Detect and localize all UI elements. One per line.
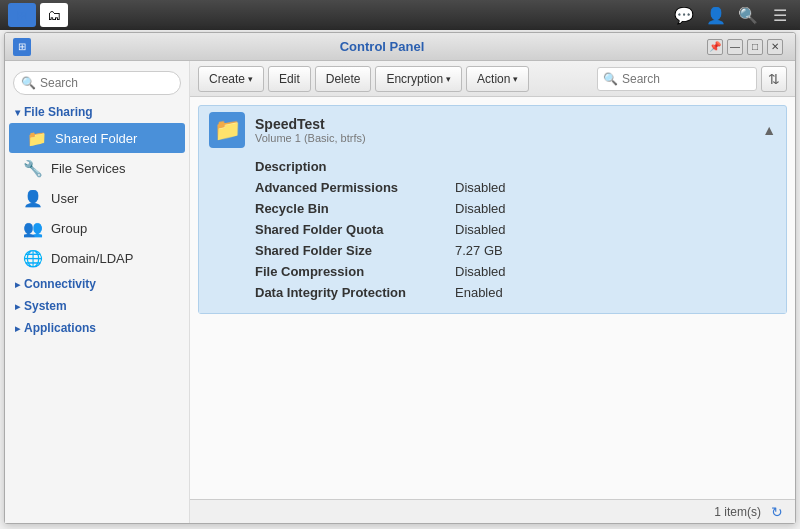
chevron-right-icon: ▸ xyxy=(15,323,20,334)
window-body: 🔍 ▾ File Sharing 📁 Shared Folder 🔧 Fi xyxy=(5,61,795,523)
dropdown-arrow-icon: ▾ xyxy=(446,74,451,84)
refresh-button[interactable]: ↻ xyxy=(767,502,787,522)
menu-icon[interactable]: ☰ xyxy=(768,3,792,27)
taskbar-right-icons: 💬 👤 🔍 ☰ xyxy=(672,3,792,27)
content-area: 📁 SpeedTest Volume 1 (Basic, btrfs) ▲ De… xyxy=(190,97,795,499)
sidebar-search-area: 🔍 xyxy=(5,65,189,101)
pin-button[interactable]: 📌 xyxy=(707,39,723,55)
minimize-button[interactable]: — xyxy=(727,39,743,55)
toolbar: Create ▾ Edit Delete Encryption ▾ Action… xyxy=(190,61,795,97)
group-icon: 👥 xyxy=(23,218,43,238)
close-button[interactable]: ✕ xyxy=(767,39,783,55)
chevron-down-icon: ▾ xyxy=(15,107,20,118)
sidebar-item-shared-folder[interactable]: 📁 Shared Folder xyxy=(9,123,185,153)
window-title: Control Panel xyxy=(37,39,727,54)
create-button[interactable]: Create ▾ xyxy=(198,66,264,92)
domain-icon: 🌐 xyxy=(23,248,43,268)
sidebar-section-connectivity[interactable]: ▸ Connectivity xyxy=(5,273,189,295)
status-bar: 1 item(s) ↻ xyxy=(190,499,795,523)
chat-icon[interactable]: 💬 xyxy=(672,3,696,27)
sidebar-search-input[interactable] xyxy=(13,71,181,95)
search-icon[interactable]: 🔍 xyxy=(736,3,760,27)
toolbar-search: 🔍 ⇅ xyxy=(597,66,787,92)
sidebar-item-domain-ldap[interactable]: 🌐 Domain/LDAP xyxy=(5,243,189,273)
item-count: 1 item(s) xyxy=(714,505,761,519)
collapse-button[interactable]: ▲ xyxy=(762,122,776,138)
sidebar: 🔍 ▾ File Sharing 📁 Shared Folder 🔧 Fi xyxy=(5,61,190,523)
taskbar-folder-app[interactable]: 🗂 xyxy=(40,3,68,27)
sort-button[interactable]: ⇅ xyxy=(761,66,787,92)
sidebar-section-applications[interactable]: ▸ Applications xyxy=(5,317,189,339)
toolbar-search-input[interactable] xyxy=(597,67,757,91)
services-icon: 🔧 xyxy=(23,158,43,178)
sidebar-item-file-services[interactable]: 🔧 File Services xyxy=(5,153,189,183)
window-icon: ⊞ xyxy=(13,38,31,56)
encryption-button[interactable]: Encryption ▾ xyxy=(375,66,462,92)
sidebar-section-system[interactable]: ▸ System xyxy=(5,295,189,317)
delete-button[interactable]: Delete xyxy=(315,66,372,92)
main-content: Create ▾ Edit Delete Encryption ▾ Action… xyxy=(190,61,795,523)
folder-large-icon: 📁 xyxy=(209,112,245,148)
folder-details: Description Advanced Permissions Disable… xyxy=(199,154,786,313)
window-controls: 📌 — □ ✕ xyxy=(707,39,783,55)
detail-row-description: Description xyxy=(255,156,766,177)
sidebar-section-file-sharing[interactable]: ▾ File Sharing xyxy=(5,101,189,123)
folder-info: SpeedTest Volume 1 (Basic, btrfs) xyxy=(255,116,366,144)
dropdown-arrow-icon: ▾ xyxy=(248,74,253,84)
folder-icon: 📁 xyxy=(27,128,47,148)
folder-name: SpeedTest xyxy=(255,116,366,132)
dropdown-arrow-icon: ▾ xyxy=(513,74,518,84)
chevron-right-icon: ▸ xyxy=(15,279,20,290)
detail-row-recycle-bin: Recycle Bin Disabled xyxy=(255,198,766,219)
search-icon: 🔍 xyxy=(603,72,618,86)
user-icon: 👤 xyxy=(23,188,43,208)
sidebar-item-user[interactable]: 👤 User xyxy=(5,183,189,213)
sidebar-search-icon: 🔍 xyxy=(21,76,36,90)
control-panel-window: ⊞ Control Panel 📌 — □ ✕ 🔍 ▾ File Sharing xyxy=(4,32,796,524)
maximize-button[interactable]: □ xyxy=(747,39,763,55)
action-button[interactable]: Action ▾ xyxy=(466,66,529,92)
chevron-right-icon: ▸ xyxy=(15,301,20,312)
taskbar-grid-app[interactable]: ⊞ xyxy=(8,3,36,27)
taskbar: ⊞ 🗂 💬 👤 🔍 ☰ xyxy=(0,0,800,30)
folder-row: 📁 SpeedTest Volume 1 (Basic, btrfs) ▲ De… xyxy=(198,105,787,314)
detail-row-shared-folder-quota: Shared Folder Quota Disabled xyxy=(255,219,766,240)
detail-row-advanced-permissions: Advanced Permissions Disabled xyxy=(255,177,766,198)
edit-button[interactable]: Edit xyxy=(268,66,311,92)
titlebar: ⊞ Control Panel 📌 — □ ✕ xyxy=(5,33,795,61)
sidebar-item-group[interactable]: 👥 Group xyxy=(5,213,189,243)
detail-row-file-compression: File Compression Disabled xyxy=(255,261,766,282)
folder-row-header[interactable]: 📁 SpeedTest Volume 1 (Basic, btrfs) ▲ xyxy=(199,106,786,154)
detail-row-shared-folder-size: Shared Folder Size 7.27 GB xyxy=(255,240,766,261)
folder-subtitle: Volume 1 (Basic, btrfs) xyxy=(255,132,366,144)
detail-row-data-integrity-protection: Data Integrity Protection Enabled xyxy=(255,282,766,303)
user-icon[interactable]: 👤 xyxy=(704,3,728,27)
